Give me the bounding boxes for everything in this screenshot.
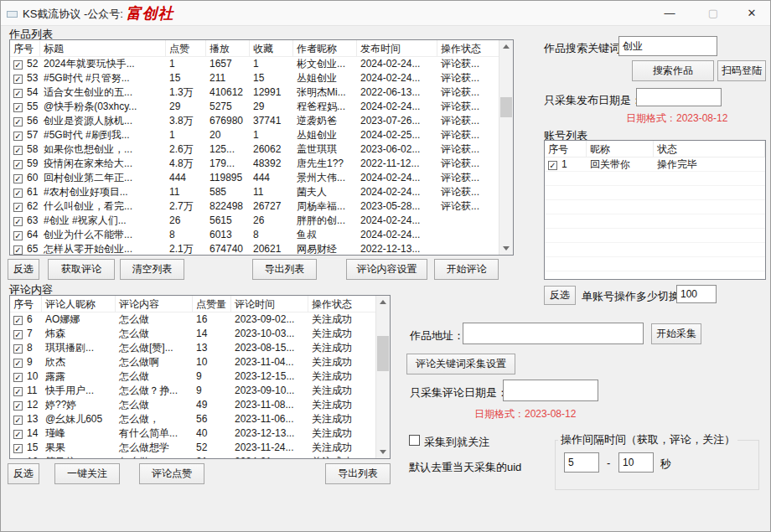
account-switch-input[interactable]	[676, 285, 717, 303]
row-checkbox[interactable]: ✓	[13, 146, 23, 155]
qr-login-button[interactable]: 扫码登陆	[717, 60, 766, 81]
row-checkbox[interactable]: ✓	[13, 231, 23, 240]
comment-date-input[interactable]	[503, 380, 598, 401]
comments-row[interactable]: ✓13@幺妹儿605怎么做，562023-11-06...关注成功	[10, 412, 375, 426]
row-checkbox[interactable]: ✓	[13, 401, 23, 411]
row-checkbox[interactable]: ✓	[13, 316, 23, 325]
start-collect-button[interactable]: 开始采集	[651, 323, 701, 344]
works-column-header[interactable]: 序号	[10, 40, 40, 56]
like-comments-button[interactable]: 评论点赞	[139, 463, 204, 484]
row-checkbox[interactable]: ✓	[13, 373, 23, 382]
interval-min-input[interactable]	[564, 452, 599, 473]
scroll-up-button[interactable]	[376, 296, 390, 309]
works-row[interactable]: ✓59疫情闲在家来给大...4.8万179...48392唐先生1??2022-…	[10, 157, 499, 171]
scroll-down-button[interactable]	[499, 241, 513, 255]
works-row[interactable]: ✓60回村创业第二年正...444119895444景州大伟...2024-02…	[10, 171, 499, 185]
row-checkbox[interactable]: ✓	[13, 160, 23, 169]
follow-on-collect-checkbox[interactable]	[409, 435, 420, 446]
works-row[interactable]: ✓58如果你也想创业，...2.6万125...26062盖世琪琪2023-06…	[10, 142, 499, 157]
works-column-header[interactable]: 作者昵称	[293, 40, 357, 56]
comments-column-header[interactable]: 点赞量	[193, 296, 231, 312]
scroll-thumb[interactable]	[500, 97, 512, 117]
follow-all-button[interactable]: 一键关注	[54, 463, 120, 484]
works-row[interactable]: ✓61#农村创业好项目...1158511菌夫人2024-02-24...评论获…	[10, 185, 499, 199]
comments-row[interactable]: ✓8琪琪播剧...怎么做[赞]...132023-08-15...关注成功	[10, 341, 375, 355]
comments-row[interactable]: ✓16简风信怎么做212024-01-...关注成功	[10, 455, 375, 458]
accounts-column-header[interactable]: 状态	[654, 141, 765, 157]
row-checkbox[interactable]: ✓	[13, 117, 23, 127]
comments-row[interactable]: ✓15果果怎么做想学522023-11-24...关注成功	[10, 441, 375, 455]
export-works-button[interactable]: 导出列表	[252, 259, 317, 280]
row-checkbox[interactable]: ✓	[13, 189, 23, 198]
comment-settings-button[interactable]: 评论内容设置	[346, 259, 427, 280]
works-column-header[interactable]: 标题	[40, 40, 166, 56]
row-checkbox[interactable]: ✓	[13, 430, 23, 439]
row-checkbox[interactable]: ✓	[13, 89, 23, 98]
comments-column-header[interactable]: 评论时间	[231, 296, 308, 312]
keyword-collect-settings-button[interactable]: 评论关键词采集设置	[406, 354, 515, 374]
publish-date-input[interactable]	[636, 88, 722, 106]
export-comments-button[interactable]: 导出列表	[325, 463, 391, 484]
row-checkbox[interactable]: ✓	[13, 344, 23, 354]
row-checkbox[interactable]: ✓	[13, 359, 23, 368]
works-row[interactable]: ✓62什么叫创业，看完...2.7万82249826727周杨幸福...2023…	[10, 199, 499, 214]
works-column-header[interactable]: 收藏	[250, 40, 293, 56]
work-url-input[interactable]	[463, 323, 644, 344]
accounts-row[interactable]: ✓1回关带你操作完毕	[545, 158, 765, 172]
row-checkbox[interactable]: ✓	[13, 444, 23, 453]
start-comment-button[interactable]: 开始评论	[434, 259, 499, 280]
scroll-thumb[interactable]	[377, 336, 389, 371]
works-row[interactable]: ✓522024年就要玩快手...116571彬文创业...2024-02-24.…	[10, 57, 499, 71]
works-row[interactable]: ✓54适合女生创业的五...1.3万41061212991张明杰Mi...202…	[10, 85, 499, 100]
comments-column-header[interactable]: 评论人昵称	[42, 296, 116, 312]
comments-row[interactable]: ✓14瑾峰有什么简单...402023-12-13...关注成功	[10, 426, 375, 441]
row-checkbox[interactable]: ✓	[548, 161, 557, 170]
row-checkbox[interactable]: ✓	[13, 387, 23, 396]
works-row[interactable]: ✓56创业是资源人脉机...3.8万67698037741逆袭奶爸2023-07…	[10, 114, 499, 128]
works-row[interactable]: ✓63#创业 #祝家人们...26561526胖胖的创...2024-02-24…	[10, 214, 499, 228]
works-row[interactable]: ✓55@快手粉条(03xhcy...29527529程爸程妈...2024-02…	[10, 100, 499, 114]
works-column-header[interactable]: 发布时间	[357, 40, 437, 56]
vertical-scrollbar[interactable]	[375, 296, 390, 458]
comments-row[interactable]: ✓9欣杰怎么做啊102023-11-04...关注成功	[10, 355, 375, 369]
comments-row[interactable]: ✓12婷??婷怎么做492023-11-08...关注成功	[10, 398, 375, 412]
keyword-input[interactable]	[618, 36, 717, 56]
row-checkbox[interactable]: ✓	[13, 203, 23, 212]
minimize-button[interactable]: —	[656, 1, 683, 26]
row-checkbox[interactable]: ✓	[13, 60, 23, 70]
row-checkbox[interactable]: ✓	[13, 330, 23, 339]
accounts-column-header[interactable]: 序号	[545, 141, 587, 157]
works-row[interactable]: ✓64创业为什么不能带...860138鱼叔2024-02-24...	[10, 228, 499, 242]
row-checkbox[interactable]: ✓	[13, 217, 23, 226]
comments-column-header[interactable]: 评论内容	[116, 296, 193, 312]
scroll-down-button[interactable]	[376, 445, 390, 458]
fetch-comments-button[interactable]: 获取评论	[48, 259, 115, 280]
maximize-button[interactable]: ▢	[700, 1, 727, 26]
comments-invert-button[interactable]: 反选	[8, 463, 39, 484]
accounts-column-header[interactable]: 昵称	[587, 141, 654, 157]
vertical-scrollbar[interactable]	[499, 40, 513, 255]
works-row[interactable]: ✓65怎样从零开始创业...2.1万67474020621网易财经2022-12…	[10, 242, 499, 255]
row-checkbox[interactable]: ✓	[13, 75, 23, 84]
comments-row[interactable]: ✓11快手用户...怎么做？挣...92023-09-10...关注成功	[10, 384, 375, 398]
comments-row[interactable]: ✓6AO娜娜怎么做162023-09-02...关注成功	[10, 312, 375, 327]
row-checkbox[interactable]: ✓	[13, 416, 23, 425]
close-button[interactable]: ✕	[738, 1, 765, 26]
search-works-button[interactable]: 搜索作品	[632, 60, 714, 81]
comments-column-header[interactable]: 序号	[10, 296, 42, 312]
row-checkbox[interactable]: ✓	[13, 245, 23, 255]
works-invert-button[interactable]: 反选	[8, 259, 39, 280]
clear-list-button[interactable]: 清空列表	[120, 259, 184, 280]
works-column-header[interactable]: 点赞	[166, 40, 206, 56]
row-checkbox[interactable]: ✓	[13, 174, 23, 183]
works-row[interactable]: ✓53#5G时代 #只管努...1521115丛姐创业2024-02-24...…	[10, 71, 499, 85]
accounts-invert-button[interactable]: 反选	[544, 286, 576, 305]
interval-max-input[interactable]	[618, 452, 654, 473]
row-checkbox[interactable]: ✓	[13, 103, 23, 112]
works-column-header[interactable]: 播放	[206, 40, 250, 56]
comments-row[interactable]: ✓7炜森怎么做142023-10-03...关注成功	[10, 327, 375, 341]
scroll-up-button[interactable]	[499, 40, 513, 54]
works-row[interactable]: ✓57#5G时代 #刷到我...1201丛姐创业2024-02-25...评论获…	[10, 128, 499, 142]
comments-row[interactable]: ✓10露露怎么做92023-12-15...关注成功	[10, 369, 375, 384]
row-checkbox[interactable]: ✓	[13, 132, 23, 141]
